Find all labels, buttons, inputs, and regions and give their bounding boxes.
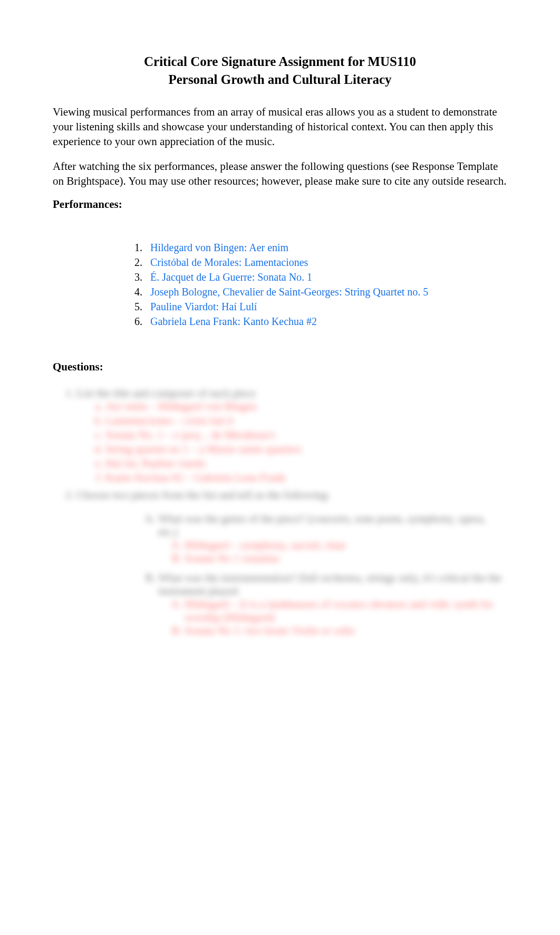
questions-heading: Questions: — [53, 360, 507, 374]
questions-list: List the title and composer of each piec… — [76, 387, 507, 637]
q2-sub-b-prompt: What was the instrumentation? (full orch… — [158, 571, 502, 597]
q2-sub-a-prompt: What was the genre of the piece? (concer… — [158, 512, 486, 538]
q1-answer-a: Aer enim – Hildegard von Bingen — [105, 400, 507, 413]
q2a-answer-2: Sonata No 1 sonatina — [185, 552, 507, 565]
question-2: Choose two pieces from the list and tell… — [76, 489, 507, 637]
q1-answer-c: Sonata No. 1 – e jacq .. de Merabeau's — [105, 428, 507, 442]
question-1-prompt: List the title and composer of each piec… — [76, 387, 256, 399]
performance-item-4: Joseph Bologne, Chevalier de Saint-Georg… — [145, 284, 507, 299]
performance-link-6[interactable]: Gabriela Lena Frank: Kanto Kechua #2 — [150, 316, 317, 327]
performances-heading: Performances: — [53, 198, 507, 211]
q2b-answer-2: Sonata No 1: two bouts Violin or cello — [185, 624, 507, 637]
question-2-subprompts: What was the genre of the piece? (concer… — [158, 512, 507, 637]
performance-item-2: Cristóbal de Morales: Lamentaciones — [145, 255, 507, 270]
performance-item-1: Hildegard von Bingen: Aer enim — [145, 240, 507, 255]
performance-link-5[interactable]: Pauline Viardot: Haí Lulí — [150, 301, 257, 312]
title-line-1: Critical Core Signature Assignment for M… — [53, 53, 507, 71]
q2b-answer-1: Hildegard – It is a landmasses of vocato… — [185, 598, 507, 624]
performance-link-4[interactable]: Joseph Bologne, Chevalier de Saint-Georg… — [150, 286, 428, 298]
performances-list: Hildegard von Bingen: Aer enim Cristóbal… — [145, 240, 507, 329]
q2-sub-b-answers: Hildegard – It is a landmasses of vocato… — [185, 598, 507, 637]
performance-link-2[interactable]: Cristóbal de Morales: Lamentaciones — [150, 256, 308, 268]
title-block: Critical Core Signature Assignment for M… — [53, 53, 507, 89]
title-line-2: Personal Growth and Cultural Literacy — [53, 71, 507, 89]
performance-item-3: É. Jacquet de La Guerre: Sonata No. 1 — [145, 270, 507, 284]
q1-answer-e: Hai lul, Pauline viardo — [105, 457, 507, 470]
q1-answer-f: Kanto Kechua #2 – Gabriela Lena Frank — [105, 471, 507, 484]
q2a-answer-1: Hildegard – symphony, sacred, chan — [185, 539, 507, 552]
intro-paragraph-2: After watching the six performances, ple… — [53, 159, 507, 189]
performance-item-5: Pauline Viardot: Haí Lulí — [145, 299, 507, 314]
q1-answer-d: String quartet no 1 – a Maxie saints qua… — [105, 443, 507, 456]
intro-paragraph-1: Viewing musical performances from an arr… — [53, 104, 507, 149]
performance-link-1[interactable]: Hildegard von Bingen: Aer enim — [150, 242, 288, 253]
blurred-content-region: List the title and composer of each piec… — [53, 387, 507, 637]
question-1-answers: Aer enim – Hildegard von Bingen Lamentac… — [105, 400, 507, 484]
q1-answer-b: Lamentaciones – cristo bal d — [105, 414, 507, 427]
question-1: List the title and composer of each piec… — [76, 387, 507, 484]
performance-link-3[interactable]: É. Jacquet de La Guerre: Sonata No. 1 — [150, 271, 312, 283]
q2-sub-b: What was the instrumentation? (full orch… — [158, 571, 507, 637]
q2-sub-a: What was the genre of the piece? (concer… — [158, 512, 507, 565]
performance-item-6: Gabriela Lena Frank: Kanto Kechua #2 — [145, 314, 507, 329]
q2-sub-a-answers: Hildegard – symphony, sacred, chan Sonat… — [185, 539, 507, 565]
question-2-prompt: Choose two pieces from the list and tell… — [76, 489, 330, 501]
